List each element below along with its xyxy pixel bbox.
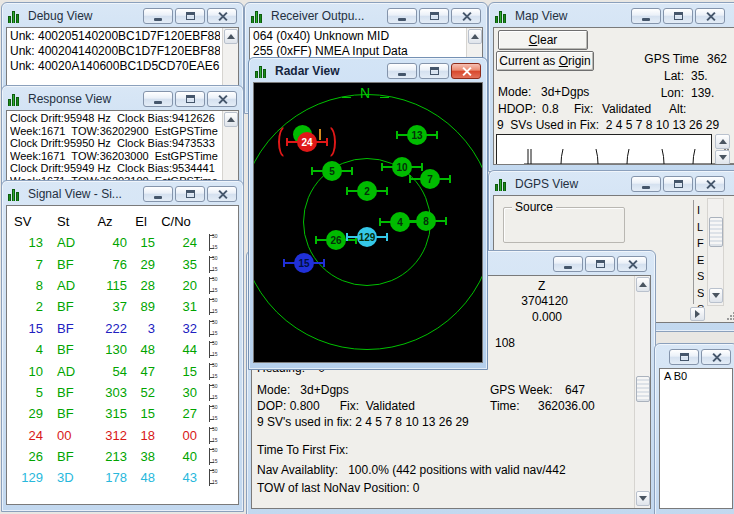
maximize-button[interactable]	[175, 8, 205, 24]
titlebar-debug[interactable]: Debug View	[6, 5, 239, 27]
satellite-bar-tick-icon	[323, 259, 325, 267]
map-scroll-down-button[interactable]	[715, 150, 730, 165]
scroll-up-button[interactable]	[636, 277, 650, 292]
maximize-button[interactable]	[663, 8, 693, 24]
titlebar-receiver[interactable]: Receiver Outpu...	[249, 5, 483, 27]
map-scroll-up-button[interactable]	[715, 134, 730, 149]
cell-st: 3D	[43, 470, 83, 485]
titlebar-dgps[interactable]: DGPS View	[493, 173, 734, 195]
maximize-button[interactable]	[419, 8, 449, 24]
minimize-button[interactable]	[631, 8, 661, 24]
close-button[interactable]	[695, 8, 725, 24]
current-as-origin-button[interactable]: Current as Origin	[496, 51, 594, 71]
list-line: Week:1671 TOW:36202900 EstGPSTime	[10, 125, 220, 138]
nav-vertical-scrollbar[interactable]	[634, 276, 650, 508]
col-header-cno: C/No	[155, 214, 197, 229]
response-scrollbar[interactable]	[222, 111, 238, 181]
cell-sv: 8	[7, 278, 43, 293]
window-title: DGPS View	[515, 177, 626, 191]
arrow-up-icon	[719, 139, 727, 144]
maximize-button[interactable]	[663, 176, 693, 192]
lat-value: 35.	[691, 69, 708, 83]
signal-row-sv-2[interactable]: 2BF3789315015	[7, 296, 238, 317]
maximize-button[interactable]	[585, 256, 615, 272]
signal-row-sv-4[interactable]: 4BF13048445015	[7, 339, 238, 360]
map-plot-area[interactable]	[496, 134, 712, 165]
cell-el: 15	[127, 406, 155, 421]
titlebar-hex[interactable]	[659, 346, 733, 368]
app-bars-icon	[255, 65, 270, 78]
cell-cno: 27	[155, 406, 197, 421]
alt-label: Alt:	[669, 102, 686, 116]
maximize-button[interactable]	[419, 63, 449, 79]
satellite-bar-tick-icon	[346, 187, 348, 195]
signal-table[interactable]: SV St Az El C/No 13AD40152450157BF762935…	[6, 205, 239, 505]
signal-scale-icon: 5015	[209, 341, 223, 358]
maximize-button[interactable]	[669, 349, 699, 365]
maximize-button[interactable]	[175, 186, 205, 202]
close-button[interactable]	[207, 8, 237, 24]
close-button[interactable]	[451, 8, 481, 24]
cell-az: 37	[83, 299, 127, 314]
scroll-down-button[interactable]	[636, 491, 650, 506]
close-button[interactable]	[207, 186, 237, 202]
cell-cno: 20	[155, 278, 197, 293]
signal-row-sv-13[interactable]: 13AD4015245015	[7, 232, 238, 253]
hex-output-list[interactable]: A B0	[659, 368, 733, 509]
titlebar-map[interactable]: Map View	[493, 5, 734, 27]
window-title: Debug View	[28, 9, 138, 23]
close-button[interactable]	[207, 91, 237, 107]
satellite-bar-tick-icon	[283, 259, 285, 267]
close-button[interactable]	[701, 349, 731, 365]
cell-cno: 31	[155, 299, 197, 314]
source-groupbox: Source	[503, 207, 625, 243]
minimize-button[interactable]	[553, 256, 583, 272]
cell-cno: 30	[155, 385, 197, 400]
scroll-up-button[interactable]	[224, 29, 238, 44]
list-line: Week:1671 TOW:36203000 EstGPSTime	[10, 150, 220, 163]
signal-row-sv-8[interactable]: 8AD11528205015	[7, 275, 238, 296]
signal-row-sv-29[interactable]: 29BF31515275015	[7, 403, 238, 424]
scroll-up-button[interactable]	[224, 112, 238, 127]
maximize-icon	[186, 190, 195, 198]
signal-row-sv-24[interactable]: 240031218005015	[7, 425, 238, 446]
titlebar-response[interactable]: Response View	[6, 88, 239, 110]
time-label: Time:	[490, 399, 520, 413]
satellite-bar-tick-icon	[326, 138, 328, 146]
col-header-st: St	[43, 214, 83, 229]
scroll-down-button[interactable]	[709, 288, 723, 303]
cell-sv: 26	[7, 449, 43, 464]
minimize-button[interactable]	[143, 8, 173, 24]
titlebar-signal[interactable]: Signal View - Si...	[6, 183, 239, 205]
signal-row-sv-15[interactable]: 15BF2223325015	[7, 318, 238, 339]
minimize-icon	[398, 18, 406, 21]
signal-row-sv-26[interactable]: 26BF21338405015	[7, 446, 238, 467]
clear-button[interactable]: Clear	[498, 30, 588, 50]
radar-plot[interactable]: N 241351072482612915	[253, 82, 483, 363]
minimize-button[interactable]	[631, 176, 661, 192]
cell-st: BF	[43, 321, 83, 336]
signal-scale-icon: 5015	[209, 277, 223, 294]
minimize-button[interactable]	[387, 8, 417, 24]
scroll-up-button[interactable]	[468, 29, 482, 44]
signal-row-sv-5[interactable]: 5BF30352305015	[7, 382, 238, 403]
scrollbar-thumb[interactable]	[636, 376, 650, 402]
minimize-button[interactable]	[143, 91, 173, 107]
close-button[interactable]	[617, 256, 647, 272]
signal-row-sv-129[interactable]: 1293D17848435015	[7, 467, 238, 488]
signal-row-sv-10[interactable]: 10AD5447155015	[7, 360, 238, 381]
cell-el: 52	[127, 385, 155, 400]
maximize-button[interactable]	[175, 91, 205, 107]
scroll-right-button[interactable]	[690, 307, 705, 321]
minimize-button[interactable]	[143, 186, 173, 202]
dgps-vertical-scrollbar[interactable]	[707, 198, 724, 306]
scrollbar-thumb[interactable]	[709, 217, 723, 247]
minimize-button[interactable]	[387, 63, 417, 79]
response-message-list[interactable]: Clock Drift:95948 Hz Clock Bias:9412626W…	[6, 110, 239, 182]
signal-row-sv-7[interactable]: 7BF7629355015	[7, 253, 238, 274]
close-button[interactable]	[695, 176, 725, 192]
titlebar-radar[interactable]: Radar View	[253, 60, 483, 82]
resize-grip[interactable]	[726, 311, 734, 321]
app-bars-icon	[8, 188, 23, 201]
close-button[interactable]	[451, 63, 481, 79]
